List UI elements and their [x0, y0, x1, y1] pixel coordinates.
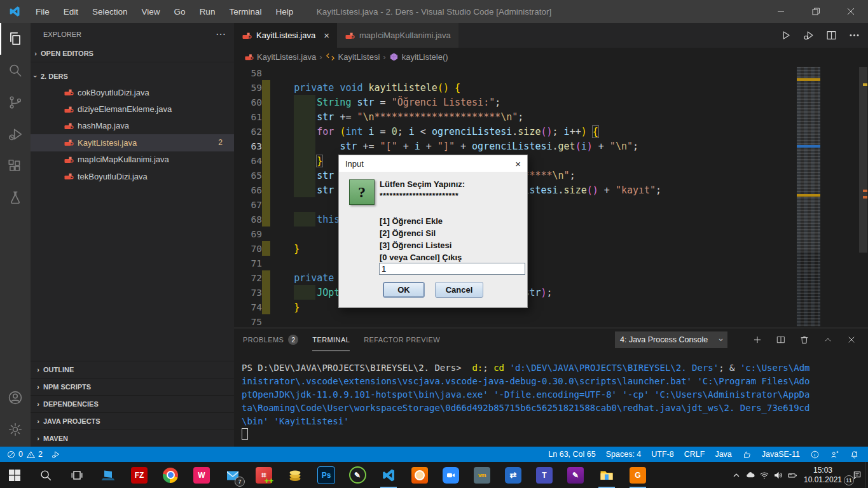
code-line-62[interactable]: 62 for (int i = 0; i < ogrenciListesi.si…	[234, 124, 797, 139]
code-line-63[interactable]: 63 str += "[" + i + "]" + ogrenciListesi…	[234, 139, 797, 153]
menu-selection[interactable]: Selection	[85, 7, 135, 17]
menu-file[interactable]: File	[29, 7, 57, 17]
show-desktop-strip[interactable]	[865, 462, 868, 488]
menu-go[interactable]: Go	[167, 7, 193, 17]
ok-button[interactable]: OK	[383, 282, 425, 298]
taskbar-mail[interactable]: 7	[218, 462, 247, 488]
taskbar-file-explorer[interactable]	[592, 462, 621, 488]
run-button[interactable]	[780, 29, 792, 41]
activity-settings-icon[interactable]	[0, 414, 31, 445]
file-item-diziyeElemanEkleme.java[interactable]: diziyeElemanEkleme.java	[31, 101, 234, 117]
taskbar-screen-recorder[interactable]	[405, 462, 434, 488]
code-line-58[interactable]: 58	[234, 66, 797, 80]
menu-run[interactable]: Run	[193, 7, 223, 17]
activity-source-control-icon[interactable]	[0, 87, 31, 118]
tab-close-icon[interactable]: ×	[324, 30, 329, 41]
notifications-bell-icon[interactable]	[850, 450, 859, 459]
kill-terminal-button[interactable]	[799, 335, 809, 345]
taskbar-photoshop[interactable]: Ps	[312, 462, 341, 488]
taskbar-my-computer[interactable]	[93, 462, 123, 488]
taskbar-vmware[interactable]: vm	[467, 462, 497, 488]
tab-KayitListesi.java[interactable]: KayitListesi.java×	[234, 23, 337, 48]
file-item-tekBoyutluDizi.java[interactable]: tekBoyutluDizi.java	[31, 168, 234, 185]
terminal-selector[interactable]: 4: Java Process Console ›	[615, 331, 727, 348]
encoding[interactable]: UTF-8	[651, 450, 673, 459]
activity-test-icon[interactable]	[0, 182, 31, 214]
close-panel-button[interactable]	[846, 335, 857, 345]
battery-icon[interactable]	[785, 462, 799, 488]
code-line-75[interactable]: 75	[234, 314, 797, 328]
sidebar-section-java-projects[interactable]: ›JAVA PROJECTS	[31, 412, 234, 429]
taskbar-teams[interactable]: T	[530, 462, 559, 488]
onedrive-cloud-icon[interactable]	[743, 462, 757, 488]
eol-sequence[interactable]: CRLF	[684, 450, 705, 459]
taskbar-card-reader[interactable]: ⌗++	[249, 462, 279, 488]
taskbar-teamviewer[interactable]: ⇄	[499, 462, 528, 488]
editor-scrollbar[interactable]	[859, 67, 867, 253]
open-editors-section[interactable]: › OPEN EDITORS	[31, 45, 234, 62]
taskbar-gpdf[interactable]: G	[623, 462, 652, 488]
folder-root[interactable]: › 2. DERS	[31, 69, 234, 84]
taskbar-chrome[interactable]	[156, 462, 185, 488]
restore-button[interactable]	[798, 0, 833, 23]
language-mode[interactable]: Java	[715, 450, 731, 459]
code-line-60[interactable]: 60 String str = "Öğrenci Listesi:";	[234, 95, 797, 109]
code-line-59[interactable]: 59 private void kayitListele() {	[234, 80, 797, 95]
debug-console-icon[interactable]	[51, 450, 60, 459]
taskbar-search[interactable]	[31, 462, 60, 488]
breadcrumb-item[interactable]: kayitListele()	[402, 52, 448, 62]
indentation[interactable]: Spaces: 4	[606, 450, 642, 459]
java-runtime[interactable]: JavaSE-11	[762, 450, 800, 459]
menu-terminal[interactable]: Terminal	[222, 7, 268, 17]
breadcrumb-item[interactable]: KayitListesi.java	[257, 52, 316, 62]
taskbar-pen-tool[interactable]: ✎	[343, 462, 372, 488]
errors-indicator[interactable]: 0	[6, 450, 23, 459]
file-item-hashMap.java[interactable]: hashMap.java	[31, 118, 234, 134]
code-line-61[interactable]: 61 str += "\n**********************\n";	[234, 109, 797, 124]
activity-run-debug-icon[interactable]	[0, 118, 31, 150]
taskbar-start[interactable]	[0, 462, 29, 488]
activity-extensions-icon[interactable]	[0, 150, 31, 182]
more-actions-icon[interactable]: ⋯	[216, 28, 226, 40]
file-item-mapIciMapKullanimi.java[interactable]: mapIciMapKullanimi.java	[31, 151, 234, 168]
feedback-icon[interactable]	[742, 450, 752, 459]
taskbar-clock[interactable]: 15:03 10.01.2021	[799, 466, 846, 485]
activity-account-icon[interactable]	[0, 382, 31, 414]
terminal-output[interactable]: PS D:\DEV\JAVA\PROJECTS\BIREYSEL\2. Ders…	[242, 361, 810, 442]
taskbar-coins[interactable]	[280, 462, 310, 488]
volume-icon[interactable]	[771, 462, 785, 488]
taskbar-vscode[interactable]	[374, 462, 403, 488]
activity-explorer-icon[interactable]	[0, 23, 31, 55]
sidebar-section-outline[interactable]: ›OUTLINE	[31, 361, 234, 378]
panel-tab-refactor-preview[interactable]: REFACTOR PREVIEW	[364, 328, 440, 351]
panel-tab-terminal[interactable]: TERMINAL	[312, 328, 350, 351]
file-item-KayitListesi.java[interactable]: KayitListesi.java2	[31, 134, 234, 151]
menu-edit[interactable]: Edit	[57, 7, 85, 17]
dialog-title-bar[interactable]: Input ×	[339, 155, 527, 172]
new-terminal-button[interactable]	[752, 335, 762, 345]
menu-help[interactable]: Help	[268, 7, 300, 17]
taskbar-task-view[interactable]	[62, 462, 92, 488]
sidebar-section-maven[interactable]: ›MAVEN	[31, 429, 234, 447]
activity-search-icon[interactable]	[0, 55, 31, 87]
warnings-indicator[interactable]: 2	[26, 450, 43, 459]
split-terminal-button[interactable]	[776, 335, 786, 345]
maximize-panel-button[interactable]	[823, 335, 833, 345]
taskbar-purple-editor[interactable]: ✎	[561, 462, 590, 488]
tab-mapIciMapKullanimi.java[interactable]: mapIciMapKullanimi.java	[337, 23, 459, 48]
taskbar-zoom[interactable]	[436, 462, 465, 488]
more-actions-button[interactable]	[848, 29, 860, 41]
choice-input[interactable]	[379, 263, 525, 275]
wifi-icon[interactable]	[757, 462, 771, 488]
file-item-cokBoyutluDizi.java[interactable]: cokBoyutluDizi.java	[31, 84, 234, 101]
sidebar-section-dependencies[interactable]: ›DEPENDENCIES	[31, 395, 234, 412]
panel-tab-problems[interactable]: PROBLEMS2	[243, 328, 298, 351]
minimap-slider[interactable]	[797, 67, 820, 251]
taskbar-filezilla[interactable]: FZ	[125, 462, 154, 488]
sidebar-section-npm-scripts[interactable]: ›NPM SCRIPTS	[31, 378, 234, 395]
dialog-close-icon[interactable]: ×	[515, 158, 521, 169]
cancel-button[interactable]: Cancel	[435, 282, 483, 298]
vscode-logo-icon[interactable]	[8, 5, 21, 18]
close-button[interactable]	[833, 0, 868, 23]
debug-run-button[interactable]	[803, 29, 815, 41]
